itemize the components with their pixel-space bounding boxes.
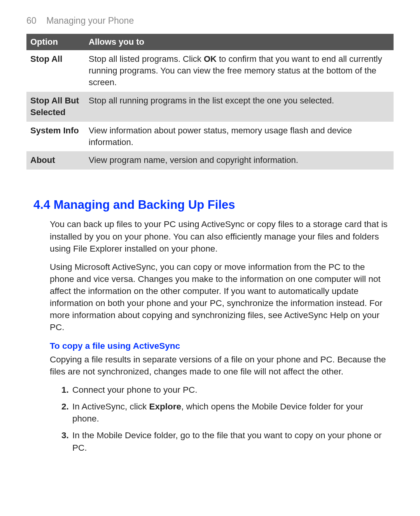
step-text: In ActiveSync, click Explore, which open… <box>72 402 363 423</box>
option-description: View program name, version and copyright… <box>85 151 394 169</box>
step-text: In the Mobile Device folder, go to the f… <box>72 430 382 452</box>
step-number: 2. <box>61 401 69 413</box>
section-heading: 4.4 Managing and Backing Up Files <box>33 197 394 213</box>
step-text: Connect your phone to your PC. <box>72 385 197 395</box>
option-name: Stop All But Selected <box>26 92 85 122</box>
table-row: About View program name, version and cop… <box>26 151 394 169</box>
text-bold: Explore <box>149 402 182 411</box>
table-row: Stop All Stop all listed programs. Click… <box>26 50 394 92</box>
option-description: View information about power status, mem… <box>85 122 394 152</box>
list-item: 2. In ActiveSync, click Explore, which o… <box>61 401 390 425</box>
text-span: Stop all listed programs. Click <box>89 54 204 64</box>
chapter-title: Managing your Phone <box>46 16 134 26</box>
list-item: 3. In the Mobile Device folder, go to th… <box>61 429 390 453</box>
steps-list: 1. Connect your phone to your PC. 2. In … <box>61 384 390 453</box>
table-row: Stop All But Selected Stop all running p… <box>26 92 394 122</box>
step-number: 1. <box>61 384 69 396</box>
option-name: Stop All <box>26 50 85 92</box>
table-row: System Info View information about power… <box>26 122 394 152</box>
step-number: 3. <box>61 429 69 441</box>
option-name: About <box>26 151 85 169</box>
body-paragraph: You can back up files to your PC using A… <box>50 218 390 254</box>
body-paragraph: Using Microsoft ActiveSync, you can copy… <box>50 261 390 333</box>
table-header-option: Option <box>26 34 85 50</box>
option-description: Stop all running programs in the list ex… <box>85 92 394 122</box>
options-table: Option Allows you to Stop All Stop all l… <box>26 34 394 170</box>
text-bold: OK <box>204 54 217 64</box>
text-span: In ActiveSync, click <box>72 402 149 411</box>
sub-heading: To copy a file using ActiveSync <box>50 340 394 352</box>
table-header-allows: Allows you to <box>85 34 394 50</box>
list-item: 1. Connect your phone to your PC. <box>61 384 390 396</box>
body-paragraph: Copying a file results in separate versi… <box>50 353 390 378</box>
page-number: 60 <box>26 16 37 26</box>
table-header-row: Option Allows you to <box>26 34 394 50</box>
option-description: Stop all listed programs. Click OK to co… <box>85 50 394 92</box>
page-header: 60 Managing your Phone <box>26 15 394 27</box>
option-name: System Info <box>26 122 85 152</box>
